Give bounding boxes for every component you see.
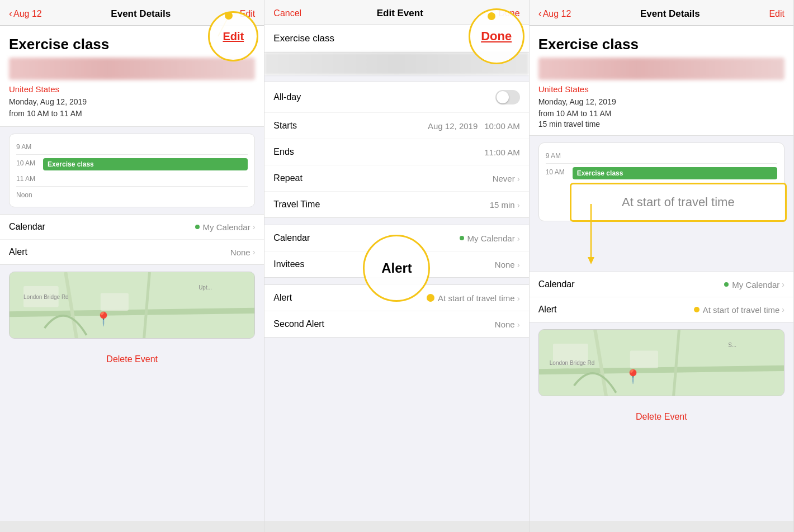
time-row-9am-p1: 9 AM bbox=[16, 142, 248, 151]
back-button-panel1[interactable]: ‹ Aug 12 bbox=[9, 8, 42, 20]
alert-value-p1: None › bbox=[230, 248, 256, 257]
chevron-calendar-p2: › bbox=[517, 234, 520, 243]
highlight-box: At start of travel time bbox=[570, 183, 787, 222]
panel-edit-event: Cancel Edit Event Done Exercise class Al… bbox=[264, 0, 529, 532]
calendar-value-p3: My Calendar › bbox=[724, 280, 784, 289]
allday-label: All-day bbox=[273, 92, 301, 102]
event-date-panel3: Monday, Aug 12, 2019 bbox=[538, 96, 784, 108]
starts-row[interactable]: Starts Aug 12, 2019 10:00 AM bbox=[264, 113, 528, 139]
panel-event-details-after: ‹ Aug 12 Event Details Edit Exercise cla… bbox=[530, 0, 794, 532]
calendar-label-p2: Calendar bbox=[273, 233, 310, 243]
details-section-p1: Calendar My Calendar › Alert None › bbox=[0, 214, 264, 265]
allday-row[interactable]: All-day bbox=[264, 82, 528, 113]
map-pin-p3: 📍 bbox=[625, 369, 641, 384]
content-panel1: Exercise class United States Monday, Aug… bbox=[0, 26, 264, 521]
map-panel1: London Bridge Rd Upt... 📍 bbox=[9, 272, 255, 339]
event-image-panel3 bbox=[538, 58, 784, 80]
alert-row-p3[interactable]: Alert At start of travel time › bbox=[530, 297, 793, 322]
repeat-value: Never › bbox=[493, 174, 520, 183]
time-label-10am-p3: 10 AM bbox=[546, 167, 573, 176]
chevron-right-calendar-p1: › bbox=[253, 222, 256, 231]
svg-rect-16 bbox=[630, 351, 658, 368]
event-date-panel1: Monday, Aug 12, 2019 bbox=[9, 96, 255, 108]
time-label-10am-p1: 10 AM bbox=[16, 158, 43, 167]
back-label-panel1: Aug 12 bbox=[13, 9, 42, 19]
travel-row[interactable]: Travel Time 15 min › bbox=[264, 192, 528, 217]
ends-row[interactable]: Ends 11:00 AM bbox=[264, 139, 528, 165]
highlight-box-text: At start of travel time bbox=[613, 191, 744, 214]
time-row-noon-p1: Noon bbox=[16, 190, 248, 199]
chevron-right-alert-p1: › bbox=[253, 248, 256, 256]
map-roads-svg-p1: London Bridge Rd Upt... bbox=[10, 272, 254, 339]
alert-annotation-circle: Alert bbox=[363, 235, 430, 302]
second-alert-row[interactable]: Second Alert None › bbox=[264, 311, 528, 337]
back-button-panel3[interactable]: ‹ Aug 12 bbox=[538, 8, 571, 20]
chevron-invitees: › bbox=[517, 260, 520, 269]
edit-button-panel3[interactable]: Edit bbox=[769, 9, 784, 19]
time-row-10am-p1: 10 AM Exercise class bbox=[16, 158, 248, 170]
toggle-knob bbox=[497, 91, 509, 103]
svg-line-1 bbox=[10, 311, 254, 314]
ends-label: Ends bbox=[273, 147, 294, 157]
event-header-panel3: Exercise class United States Monday, Aug… bbox=[530, 26, 793, 136]
nav-title-panel3: Event Details bbox=[640, 8, 700, 20]
time-label-9am-p1: 9 AM bbox=[16, 142, 43, 151]
ends-value: 11:00 AM bbox=[484, 148, 519, 157]
alert-dot-p3 bbox=[694, 307, 700, 312]
calendar-value-p2: My Calendar › bbox=[460, 234, 520, 243]
alert-value-p3: At start of travel time › bbox=[694, 305, 784, 315]
nav-title-panel2: Edit Event bbox=[377, 8, 423, 19]
back-label-panel3: Aug 12 bbox=[543, 9, 571, 19]
time-label-noon-p1: Noon bbox=[16, 190, 43, 199]
invitees-value: None › bbox=[495, 260, 520, 269]
time-row-11am-p1: 11 AM bbox=[16, 174, 248, 183]
edit-annotation-circle: Edit bbox=[208, 11, 258, 61]
second-alert-value: None › bbox=[495, 320, 520, 329]
alert-label-p2: Alert bbox=[273, 293, 292, 303]
chevron-left-icon: ‹ bbox=[9, 8, 12, 20]
starts-value: Aug 12, 2019 10:00 AM bbox=[428, 121, 520, 131]
calendar-value-p1: My Calendar › bbox=[195, 222, 256, 232]
svg-text:Upt...: Upt... bbox=[198, 284, 212, 291]
svg-rect-5 bbox=[101, 293, 129, 311]
alert-label-p3: Alert bbox=[538, 305, 557, 315]
event-time-panel1: from 10 AM to 11 AM bbox=[9, 108, 255, 120]
time-row-10am-p3: 10 AM Exercise class bbox=[546, 167, 777, 179]
map-roads-svg-p3: London Bridge Rd S... bbox=[539, 330, 784, 396]
calendar-label-p1: Calendar bbox=[9, 222, 45, 232]
green-dot-p2 bbox=[460, 236, 464, 240]
event-bar-p3: Exercise class bbox=[573, 167, 777, 179]
repeat-label: Repeat bbox=[273, 173, 303, 183]
svg-text:S...: S... bbox=[728, 342, 736, 348]
nav-title-panel1: Event Details bbox=[111, 8, 171, 20]
time-label-9am-p3: 9 AM bbox=[546, 151, 573, 160]
calendar-area-p3: 9 AM 10 AM Exercise class At start of tr… bbox=[530, 142, 793, 221]
calendar-row-p3[interactable]: Calendar My Calendar › bbox=[530, 272, 793, 297]
svg-marker-10 bbox=[588, 257, 594, 264]
calendar-mini-panel1: 9 AM 10 AM Exercise class 11 AM Noon bbox=[9, 134, 255, 207]
time-label-11am-p1: 11 AM bbox=[16, 174, 43, 183]
delete-button-p1[interactable]: Delete Event bbox=[0, 345, 264, 373]
alert-annotation-text: Alert bbox=[381, 260, 412, 276]
event-image-panel1 bbox=[9, 58, 255, 80]
nav-bar-panel3: ‹ Aug 12 Event Details Edit bbox=[530, 0, 793, 26]
chevron-second-alert: › bbox=[517, 320, 520, 329]
calendar-row-p1[interactable]: Calendar My Calendar › bbox=[0, 215, 264, 240]
second-alert-label: Second Alert bbox=[273, 319, 324, 329]
green-dot-p1 bbox=[195, 225, 200, 229]
time-row-9am-p3: 9 AM bbox=[546, 151, 777, 160]
repeat-row[interactable]: Repeat Never › bbox=[264, 165, 528, 192]
event-title-panel3: Exercise class bbox=[538, 36, 784, 53]
event-location-panel3: United States bbox=[538, 84, 784, 94]
allday-toggle[interactable] bbox=[495, 90, 520, 104]
done-annotation-text: Done bbox=[481, 29, 512, 44]
cancel-button[interactable]: Cancel bbox=[273, 8, 301, 18]
delete-button-p3[interactable]: Delete Event bbox=[530, 403, 793, 431]
alert-row-p1[interactable]: Alert None › bbox=[0, 240, 264, 264]
svg-text:London Bridge Rd: London Bridge Rd bbox=[549, 360, 594, 366]
event-time-panel3: from 10 AM to 11 AM bbox=[538, 108, 784, 120]
event-location-panel1: United States bbox=[9, 84, 255, 94]
svg-text:London Bridge Rd: London Bridge Rd bbox=[23, 294, 69, 300]
panel-event-details-before: ‹ Aug 12 Event Details Edit Exercise cla… bbox=[0, 0, 264, 532]
done-annotation-circle: Done bbox=[469, 8, 524, 64]
